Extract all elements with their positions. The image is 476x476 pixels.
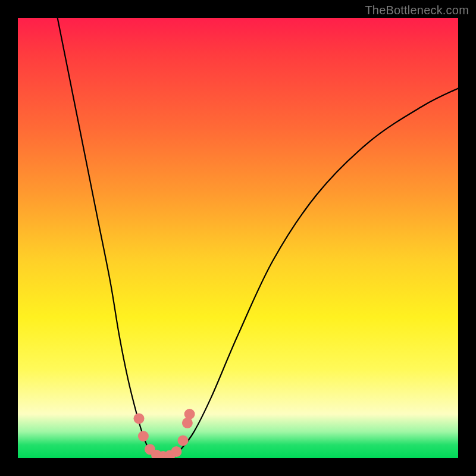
marker-dot — [184, 409, 195, 419]
valley-markers — [134, 409, 195, 458]
plot-area — [18, 18, 458, 458]
marker-dot — [171, 446, 181, 457]
curve-layer — [18, 18, 458, 458]
curve-right — [172, 88, 458, 456]
marker-dot — [178, 435, 189, 446]
curve-left — [58, 18, 155, 456]
marker-dot — [138, 431, 149, 441]
marker-dot — [134, 413, 145, 424]
watermark-text: TheBottleneck.com — [365, 4, 469, 17]
chart-frame: TheBottleneck.com — [0, 0, 476, 476]
